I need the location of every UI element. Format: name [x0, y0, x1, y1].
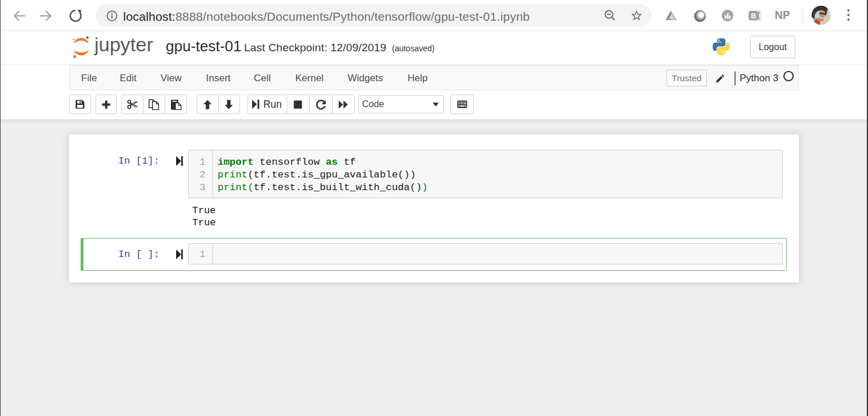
- svg-text:B: B: [751, 12, 756, 20]
